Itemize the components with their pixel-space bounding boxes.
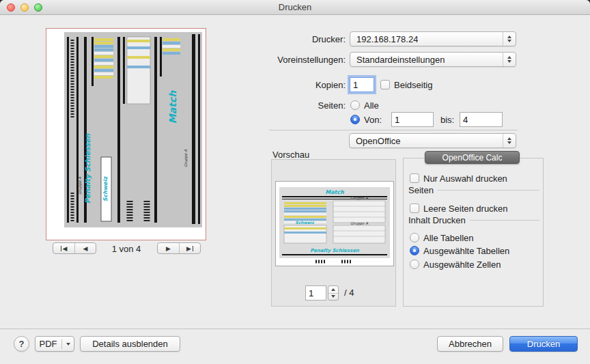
- section-rule: [438, 190, 539, 191]
- down-arrow-icon: [331, 295, 335, 298]
- previous-page-button[interactable]: ◀: [74, 243, 96, 253]
- section-rule: [470, 220, 539, 221]
- up-arrow-icon: [331, 288, 335, 291]
- vorschau-mini-graphic: Match Gruppe: [276, 182, 393, 266]
- vorschau-mini-page: Match Gruppe: [275, 181, 394, 266]
- stepper-up-button[interactable]: [328, 286, 338, 294]
- vorschau-page-input[interactable]: [305, 285, 326, 300]
- preview-text-schweiz: Schweiz: [295, 220, 315, 225]
- hide-details-label: Details ausblenden: [92, 339, 168, 349]
- preview-text-match: Match: [167, 90, 178, 124]
- preview-text-gruppe: Gruppe A: [350, 196, 368, 201]
- nav-back-segment: ◀ ◀: [53, 242, 96, 254]
- chevron-down-icon: [66, 343, 70, 346]
- preview-text-penalty: Penalty Schiessen: [84, 133, 92, 204]
- popup-arrows-icon: [503, 134, 516, 148]
- pages-to-label: bis:: [440, 115, 454, 125]
- last-page-button[interactable]: ▶: [179, 243, 200, 253]
- all-tables-radio[interactable]: [410, 233, 419, 242]
- stepper-down-button[interactable]: [328, 294, 338, 300]
- print-button[interactable]: Drucken: [509, 336, 578, 352]
- preview-page-graphic: Penalty Schiessen Schweiz Match Gruppe A…: [46, 29, 206, 240]
- down-arrow-icon: [507, 141, 511, 144]
- form-divider: [269, 130, 518, 130]
- footer-divider: [0, 328, 590, 329]
- pdf-button-separator: [61, 339, 62, 349]
- printer-label: Drucker:: [223, 34, 346, 44]
- vorschau-page-stepper[interactable]: [328, 285, 339, 300]
- next-page-icon: ▶: [166, 245, 171, 252]
- first-page-icon: ◀: [63, 245, 68, 252]
- preview-text-gruppe: Gruppe A: [184, 150, 188, 167]
- selection-only-label: Nur Auswahl drucken: [423, 173, 507, 184]
- help-icon: ?: [19, 339, 25, 349]
- app-options-select[interactable]: OpenOffice: [349, 133, 516, 148]
- printer-select[interactable]: 192.168.178.24: [350, 31, 516, 46]
- preview-text-gruppe: Gruppe A: [350, 221, 368, 226]
- selected-tables-radio[interactable]: [410, 246, 419, 255]
- up-arrow-icon: [507, 36, 511, 38]
- pdf-menu-button[interactable]: PDF: [35, 336, 74, 352]
- window-title: Drucken: [0, 2, 590, 12]
- calc-options-tab-label: OpenOffice Calc: [442, 153, 503, 163]
- selected-cells-label: Ausgewählte Zellen: [423, 260, 501, 270]
- pages-all-radio[interactable]: [350, 100, 360, 110]
- help-button[interactable]: ?: [14, 336, 29, 352]
- popup-arrows-icon: [503, 32, 516, 46]
- presets-label: Voreinstellungen:: [223, 55, 346, 65]
- print-dialog-window: Drucken: [0, 0, 590, 364]
- print-label: Drucken: [527, 339, 560, 349]
- pdf-button-label: PDF: [40, 339, 57, 349]
- twosided-checkbox[interactable]: [380, 80, 390, 89]
- previous-page-icon: ◀: [83, 245, 88, 252]
- titlebar: Drucken: [0, 0, 590, 15]
- selection-only-checkbox[interactable]: [410, 173, 419, 183]
- vorschau-title: Vorschau: [272, 150, 309, 160]
- content-section-label: Inhalt Drucken: [408, 215, 466, 225]
- hide-details-button[interactable]: Details ausblenden: [80, 336, 180, 352]
- content-section-header: Inhalt Drucken: [408, 215, 539, 225]
- vorschau-page-total: / 4: [344, 288, 354, 298]
- pages-section-label: Seiten: [408, 185, 434, 195]
- vorschau-panel: Match Gruppe: [271, 159, 396, 307]
- down-arrow-icon: [507, 60, 511, 63]
- preview-text-penalty: Penalty Schiessen: [310, 248, 360, 253]
- pages-from-radio[interactable]: [350, 115, 360, 124]
- selected-cells-radio[interactable]: [410, 260, 419, 269]
- pages-from-label: Von:: [364, 115, 382, 125]
- print-empty-pages-checkbox[interactable]: [410, 204, 419, 213]
- presets-select-value: Standardeinstellungen: [356, 55, 445, 65]
- copies-input[interactable]: [350, 77, 374, 92]
- cancel-button[interactable]: Abbrechen: [437, 336, 503, 352]
- up-arrow-icon: [507, 56, 511, 59]
- pages-section-header: Seiten: [408, 185, 539, 195]
- copies-label: Kopien:: [223, 80, 346, 90]
- pages-all-label: Alle: [364, 100, 379, 111]
- preview-text-match: Match: [325, 189, 344, 195]
- calc-options-tab: OpenOffice Calc: [425, 151, 520, 164]
- cancel-label: Abbrechen: [449, 339, 492, 349]
- preview-text-schweiz: Schweiz: [102, 176, 109, 201]
- print-empty-pages-label: Leere Seiten drucken: [423, 204, 508, 214]
- app-options-select-value: OpenOffice: [356, 136, 401, 146]
- selected-tables-label: Ausgewählte Tabellen: [423, 246, 509, 256]
- down-arrow-icon: [507, 40, 511, 42]
- print-preview-page: Penalty Schiessen Schweiz Match Gruppe A…: [46, 28, 206, 240]
- nav-forward-segment: ▶ ▶: [157, 242, 201, 254]
- pages-from-input[interactable]: [391, 112, 434, 127]
- twosided-label: Beidseitig: [394, 80, 432, 90]
- last-page-bar-icon: [193, 246, 193, 251]
- first-page-button[interactable]: ◀: [53, 243, 74, 253]
- next-page-button[interactable]: ▶: [158, 243, 179, 253]
- printer-select-value: 192.168.178.24: [356, 34, 418, 44]
- last-page-icon: ▶: [186, 245, 191, 252]
- page-indicator: 1 von 4: [96, 244, 157, 254]
- pages-to-input[interactable]: [460, 112, 503, 127]
- popup-arrows-icon: [503, 53, 516, 66]
- up-arrow-icon: [507, 137, 511, 140]
- preview-text-gruppe: Gruppe A: [78, 177, 83, 195]
- presets-select[interactable]: Standardeinstellungen: [350, 52, 516, 67]
- first-page-bar-icon: [61, 246, 61, 251]
- pages-label: Seiten:: [223, 100, 346, 111]
- all-tables-label: Alle Tabellen: [423, 233, 473, 243]
